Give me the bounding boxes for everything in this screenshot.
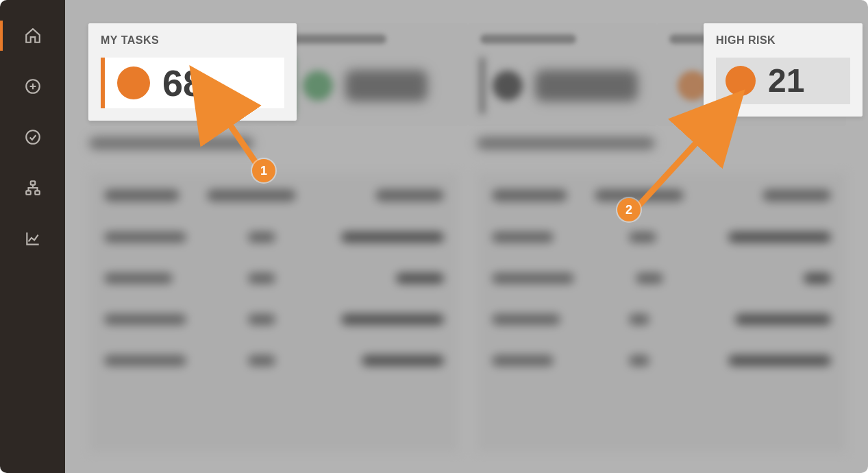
stat-card-value: 68 [162, 64, 203, 101]
tables-area [89, 137, 846, 452]
stat-card-value-box: 68 [101, 58, 284, 108]
svg-rect-3 [26, 191, 31, 194]
svg-rect-2 [30, 181, 35, 184]
home-icon [24, 27, 42, 45]
svg-rect-4 [35, 191, 40, 194]
callout-badge-1: 1 [252, 159, 275, 182]
stat-card-placeholder-3 [468, 23, 657, 126]
callout-number: 1 [260, 164, 267, 178]
stat-card-value-box: 21 [716, 58, 850, 104]
svg-point-1 [26, 130, 40, 144]
table-left [89, 137, 459, 452]
network-icon [24, 179, 42, 197]
stat-card-placeholder-2 [278, 23, 467, 126]
callout-number: 2 [625, 203, 632, 217]
add-icon [24, 77, 42, 95]
stat-card-title: HIGH RISK [716, 34, 850, 47]
stat-card-high-risk[interactable]: HIGH RISK 21 [704, 23, 863, 117]
sidebar [0, 0, 65, 473]
callout-badge-2: 2 [617, 198, 641, 221]
sidebar-item-network[interactable] [0, 174, 65, 202]
sidebar-item-add[interactable] [0, 73, 65, 100]
stat-card-value: 21 [768, 64, 804, 97]
stat-card-my-tasks[interactable]: MY TASKS 68 [88, 23, 297, 121]
stat-card-title: MY TASKS [101, 34, 284, 47]
status-dot-icon [726, 66, 756, 96]
check-icon [24, 128, 42, 146]
table-right [477, 137, 847, 452]
chart-icon [24, 230, 42, 247]
sidebar-item-check[interactable] [0, 123, 65, 151]
sidebar-item-home[interactable] [0, 22, 65, 49]
sidebar-item-chart[interactable] [0, 225, 65, 252]
status-dot-icon [117, 66, 150, 99]
